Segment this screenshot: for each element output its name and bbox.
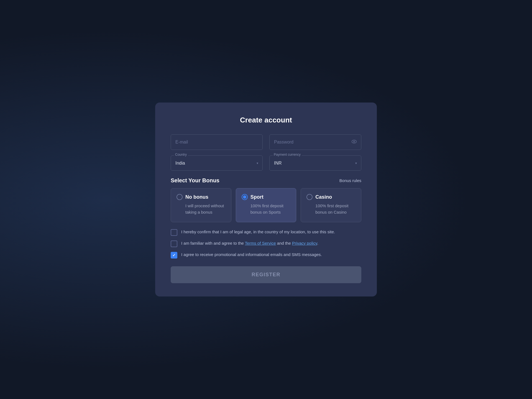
bonus-options-container: No bonus I will proceed without taking a… — [171, 188, 361, 222]
casino-radio — [306, 194, 313, 200]
no-bonus-label: No bonus — [185, 194, 208, 200]
no-bonus-description: I will proceed without taking a bonus — [177, 203, 226, 215]
legal-age-row: I hereby confirm that I am of legal age,… — [171, 229, 361, 236]
sport-radio — [242, 194, 248, 200]
no-bonus-radio — [177, 194, 183, 200]
casino-header: Casino — [306, 194, 355, 200]
casino-label: Casino — [315, 194, 332, 200]
svg-point-0 — [352, 140, 357, 143]
terms-of-service-link[interactable]: Terms of Service — [245, 241, 276, 245]
currency-select[interactable]: INR USD EUR GBP — [269, 155, 361, 171]
promo-checkbox[interactable]: ✓ — [171, 252, 177, 259]
currency-field-wrapper: Payment currency INR USD EUR GBP ▾ — [269, 155, 361, 171]
promo-row: ✓ I agree to receive promotional and inf… — [171, 252, 361, 259]
bonus-section-title: Select Your Bonus — [171, 177, 219, 184]
sport-description: 100% first deposit bonus on Sports — [242, 203, 291, 215]
legal-age-label: I hereby confirm that I am of legal age,… — [181, 229, 335, 235]
casino-description: 100% first deposit bonus on Casino — [306, 203, 355, 215]
svg-point-1 — [354, 141, 355, 142]
toggle-password-icon[interactable] — [351, 139, 357, 145]
privacy-policy-link[interactable]: Privacy policy — [292, 241, 317, 245]
create-account-modal: Create account Country India United Stat… — [155, 103, 377, 296]
terms-row: I am familiar with and agree to the Term… — [171, 240, 361, 247]
country-label: Country — [174, 153, 188, 157]
country-field-wrapper: Country India United States United Kingd… — [171, 155, 263, 171]
country-select[interactable]: India United States United Kingdom Austr… — [171, 155, 263, 171]
bonus-option-sport[interactable]: Sport 100% first deposit bonus on Sports — [236, 188, 296, 222]
sport-header: Sport — [242, 194, 291, 200]
sport-radio-inner — [243, 195, 246, 199]
bonus-option-casino[interactable]: Casino 100% first deposit bonus on Casin… — [301, 188, 361, 222]
sport-label: Sport — [250, 194, 264, 200]
terms-label: I am familiar with and agree to the Term… — [181, 240, 318, 247]
bonus-header: Select Your Bonus Bonus rules — [171, 177, 361, 184]
password-field-wrapper — [269, 134, 361, 150]
bonus-rules-link[interactable]: Bonus rules — [339, 178, 361, 183]
terms-checkbox[interactable] — [171, 241, 177, 247]
register-button[interactable]: REGISTER — [171, 266, 361, 283]
email-password-row — [171, 134, 361, 150]
promo-label: I agree to receive promotional and infor… — [181, 252, 322, 258]
email-field-wrapper — [171, 134, 263, 150]
currency-label: Payment currency — [273, 153, 302, 157]
bonus-section: Select Your Bonus Bonus rules No bonus I… — [171, 177, 361, 222]
country-currency-row: Country India United States United Kingd… — [171, 155, 361, 171]
promo-checkmark-icon: ✓ — [172, 253, 176, 257]
password-input[interactable] — [269, 134, 361, 150]
modal-title: Create account — [171, 116, 361, 124]
legal-age-checkbox[interactable] — [171, 229, 177, 236]
email-input[interactable] — [171, 134, 263, 150]
bonus-option-no-bonus[interactable]: No bonus I will proceed without taking a… — [171, 188, 231, 222]
checkboxes-section: I hereby confirm that I am of legal age,… — [171, 229, 361, 259]
no-bonus-header: No bonus — [177, 194, 226, 200]
